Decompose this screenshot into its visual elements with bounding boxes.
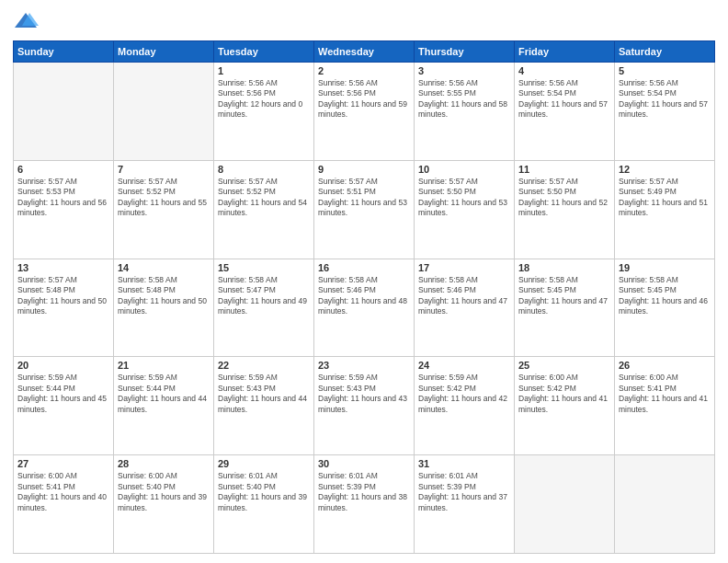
- calendar: SundayMondayTuesdayWednesdayThursdayFrid…: [13, 40, 715, 554]
- day-info: Sunrise: 6:01 AMSunset: 5:39 PMDaylight:…: [418, 471, 510, 513]
- day-cell: 8Sunrise: 5:57 AMSunset: 5:52 PMDaylight…: [214, 160, 314, 259]
- day-number: 27: [17, 458, 109, 469]
- day-info: Sunrise: 5:57 AMSunset: 5:53 PMDaylight:…: [17, 177, 109, 219]
- logo: [13, 9, 42, 35]
- week-row-4: 27Sunrise: 6:00 AMSunset: 5:41 PMDayligh…: [14, 455, 715, 554]
- day-number: 3: [418, 65, 510, 76]
- day-number: 11: [518, 164, 610, 175]
- day-info: Sunrise: 5:58 AMSunset: 5:46 PMDaylight:…: [418, 275, 510, 317]
- day-cell: 20Sunrise: 5:59 AMSunset: 5:44 PMDayligh…: [14, 357, 114, 455]
- day-number: 23: [318, 360, 410, 371]
- day-cell: 25Sunrise: 6:00 AMSunset: 5:42 PMDayligh…: [515, 357, 615, 455]
- day-cell: 18Sunrise: 5:58 AMSunset: 5:45 PMDayligh…: [515, 259, 615, 357]
- day-cell: 12Sunrise: 5:57 AMSunset: 5:49 PMDayligh…: [615, 160, 715, 259]
- day-number: 13: [17, 262, 109, 273]
- day-info: Sunrise: 6:00 AMSunset: 5:41 PMDaylight:…: [17, 471, 109, 513]
- weekday-header-tuesday: Tuesday: [214, 41, 314, 63]
- day-number: 18: [518, 262, 610, 273]
- week-row-0: 1Sunrise: 5:56 AMSunset: 5:56 PMDaylight…: [14, 63, 715, 161]
- day-info: Sunrise: 5:57 AMSunset: 5:50 PMDaylight:…: [418, 177, 510, 219]
- day-info: Sunrise: 5:56 AMSunset: 5:54 PMDaylight:…: [518, 78, 610, 121]
- day-number: 4: [518, 65, 610, 76]
- weekday-header-sunday: Sunday: [14, 41, 114, 63]
- day-info: Sunrise: 5:58 AMSunset: 5:48 PMDaylight:…: [118, 275, 210, 317]
- page: SundayMondayTuesdayWednesdayThursdayFrid…: [0, 0, 728, 563]
- day-info: Sunrise: 5:59 AMSunset: 5:43 PMDaylight:…: [218, 373, 310, 415]
- day-number: 20: [17, 360, 109, 371]
- day-info: Sunrise: 5:56 AMSunset: 5:54 PMDaylight:…: [619, 78, 711, 121]
- day-number: 22: [218, 360, 310, 371]
- day-number: 5: [619, 65, 711, 76]
- day-info: Sunrise: 5:57 AMSunset: 5:50 PMDaylight:…: [518, 177, 610, 219]
- day-number: 10: [418, 164, 510, 175]
- logo-icon: [13, 9, 39, 35]
- weekday-header-monday: Monday: [114, 41, 214, 63]
- day-cell: 4Sunrise: 5:56 AMSunset: 5:54 PMDaylight…: [515, 63, 615, 161]
- day-cell: 29Sunrise: 6:01 AMSunset: 5:40 PMDayligh…: [214, 455, 314, 554]
- day-info: Sunrise: 5:57 AMSunset: 5:52 PMDaylight:…: [118, 177, 210, 219]
- day-cell: 3Sunrise: 5:56 AMSunset: 5:55 PMDaylight…: [415, 63, 515, 161]
- day-info: Sunrise: 6:00 AMSunset: 5:41 PMDaylight:…: [619, 373, 711, 415]
- day-info: Sunrise: 5:56 AMSunset: 5:55 PMDaylight:…: [418, 78, 510, 121]
- weekday-header-friday: Friday: [515, 41, 615, 63]
- day-number: 2: [318, 65, 410, 76]
- day-cell: 22Sunrise: 5:59 AMSunset: 5:43 PMDayligh…: [214, 357, 314, 455]
- day-number: 28: [118, 458, 210, 469]
- day-cell: 9Sunrise: 5:57 AMSunset: 5:51 PMDaylight…: [314, 160, 415, 259]
- day-cell: 14Sunrise: 5:58 AMSunset: 5:48 PMDayligh…: [114, 259, 214, 357]
- day-cell: 16Sunrise: 5:58 AMSunset: 5:46 PMDayligh…: [314, 259, 415, 357]
- day-cell: 17Sunrise: 5:58 AMSunset: 5:46 PMDayligh…: [415, 259, 515, 357]
- day-info: Sunrise: 5:59 AMSunset: 5:44 PMDaylight:…: [17, 373, 109, 415]
- day-info: Sunrise: 5:56 AMSunset: 5:56 PMDaylight:…: [318, 78, 410, 121]
- day-cell: 26Sunrise: 6:00 AMSunset: 5:41 PMDayligh…: [615, 357, 715, 455]
- day-info: Sunrise: 5:57 AMSunset: 5:49 PMDaylight:…: [619, 177, 711, 219]
- header: [13, 9, 715, 35]
- day-info: Sunrise: 5:58 AMSunset: 5:47 PMDaylight:…: [218, 275, 310, 317]
- day-info: Sunrise: 5:57 AMSunset: 5:52 PMDaylight:…: [218, 177, 310, 219]
- day-number: 1: [218, 65, 310, 76]
- day-info: Sunrise: 6:00 AMSunset: 5:40 PMDaylight:…: [118, 471, 210, 513]
- day-info: Sunrise: 6:01 AMSunset: 5:40 PMDaylight:…: [218, 471, 310, 513]
- day-number: 14: [118, 262, 210, 273]
- day-cell: [615, 455, 715, 554]
- day-cell: 19Sunrise: 5:58 AMSunset: 5:45 PMDayligh…: [615, 259, 715, 357]
- day-info: Sunrise: 6:00 AMSunset: 5:42 PMDaylight:…: [518, 373, 610, 415]
- day-number: 19: [619, 262, 711, 273]
- day-info: Sunrise: 5:59 AMSunset: 5:43 PMDaylight:…: [318, 373, 410, 415]
- day-cell: 30Sunrise: 6:01 AMSunset: 5:39 PMDayligh…: [314, 455, 415, 554]
- day-number: 6: [17, 164, 109, 175]
- day-number: 12: [619, 164, 711, 175]
- day-cell: [515, 455, 615, 554]
- weekday-header-thursday: Thursday: [415, 41, 515, 63]
- day-number: 25: [518, 360, 610, 371]
- day-cell: 2Sunrise: 5:56 AMSunset: 5:56 PMDaylight…: [314, 63, 415, 161]
- weekday-header-saturday: Saturday: [615, 41, 715, 63]
- day-cell: 1Sunrise: 5:56 AMSunset: 5:56 PMDaylight…: [214, 63, 314, 161]
- week-row-1: 6Sunrise: 5:57 AMSunset: 5:53 PMDaylight…: [14, 160, 715, 259]
- day-cell: 21Sunrise: 5:59 AMSunset: 5:44 PMDayligh…: [114, 357, 214, 455]
- day-number: 15: [218, 262, 310, 273]
- day-number: 7: [118, 164, 210, 175]
- day-info: Sunrise: 5:58 AMSunset: 5:46 PMDaylight:…: [318, 275, 410, 317]
- day-number: 9: [318, 164, 410, 175]
- day-number: 30: [318, 458, 410, 469]
- day-cell: 24Sunrise: 5:59 AMSunset: 5:42 PMDayligh…: [415, 357, 515, 455]
- day-info: Sunrise: 5:57 AMSunset: 5:48 PMDaylight:…: [17, 275, 109, 317]
- day-info: Sunrise: 6:01 AMSunset: 5:39 PMDaylight:…: [318, 471, 410, 513]
- day-cell: 5Sunrise: 5:56 AMSunset: 5:54 PMDaylight…: [615, 63, 715, 161]
- day-cell: 23Sunrise: 5:59 AMSunset: 5:43 PMDayligh…: [314, 357, 415, 455]
- week-row-2: 13Sunrise: 5:57 AMSunset: 5:48 PMDayligh…: [14, 259, 715, 357]
- day-info: Sunrise: 5:59 AMSunset: 5:44 PMDaylight:…: [118, 373, 210, 415]
- day-number: 16: [318, 262, 410, 273]
- day-number: 29: [218, 458, 310, 469]
- day-cell: 27Sunrise: 6:00 AMSunset: 5:41 PMDayligh…: [14, 455, 114, 554]
- day-cell: 6Sunrise: 5:57 AMSunset: 5:53 PMDaylight…: [14, 160, 114, 259]
- day-number: 8: [218, 164, 310, 175]
- day-number: 17: [418, 262, 510, 273]
- day-cell: 15Sunrise: 5:58 AMSunset: 5:47 PMDayligh…: [214, 259, 314, 357]
- day-info: Sunrise: 5:58 AMSunset: 5:45 PMDaylight:…: [619, 275, 711, 317]
- day-cell: 28Sunrise: 6:00 AMSunset: 5:40 PMDayligh…: [114, 455, 214, 554]
- day-cell: [14, 63, 114, 161]
- day-info: Sunrise: 5:58 AMSunset: 5:45 PMDaylight:…: [518, 275, 610, 317]
- day-cell: 13Sunrise: 5:57 AMSunset: 5:48 PMDayligh…: [14, 259, 114, 357]
